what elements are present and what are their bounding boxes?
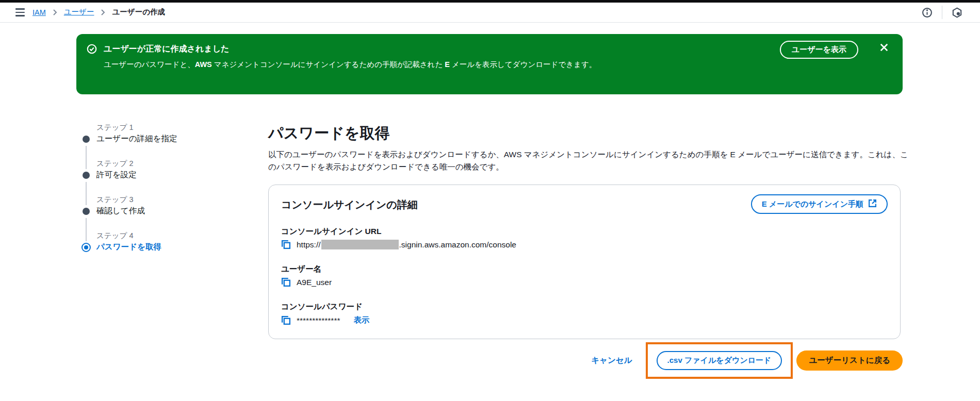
step-label: ステップ 3 (96, 195, 253, 205)
copy-icon[interactable] (281, 240, 291, 249)
console-signin-url-label: コンソールサインイン URL (281, 226, 888, 237)
copy-icon[interactable] (281, 277, 291, 287)
chevron-right-icon (53, 9, 57, 16)
footer-actions: キャンセル .csv ファイルをダウンロード ユーザーリストに戻る (268, 342, 903, 379)
step-label: ステップ 1 (96, 123, 253, 132)
amazon-q-hexagon-icon[interactable] (951, 6, 963, 19)
username-value: A9E_user (297, 278, 332, 287)
step-item-4-active: ステップ 4 パスワードを取得 (83, 231, 253, 267)
step-title: パスワードを取得 (96, 241, 253, 253)
step-item-2[interactable]: ステップ 2 許可を設定 (83, 159, 253, 195)
flashbar-title: ユーザーが正常に作成されました (104, 43, 596, 55)
step-marker (83, 208, 90, 215)
download-csv-button[interactable]: .csv ファイルをダウンロード (657, 351, 782, 370)
divider (942, 6, 942, 19)
highlight-annotation-box: .csv ファイルをダウンロード (646, 342, 793, 379)
email-signin-instructions-button[interactable]: E メールでのサインイン手順 (751, 194, 888, 214)
external-link-icon (868, 199, 877, 209)
page-description: 以下のユーザーのパスワードを表示およびダウンロードするか、AWS マネジメントコ… (268, 148, 915, 173)
wizard-steps-nav: ステップ 1 ユーザーの詳細を指定 ステップ 2 許可を設定 ステップ 3 確認… (83, 123, 253, 267)
success-flashbar: ユーザーが正常に作成されました ユーザーのパスワードと、AWS マネジメントコン… (76, 34, 903, 94)
flashbar-body: ユーザーのパスワードと、AWS マネジメントコンソールにサインインするための手順… (104, 59, 596, 70)
step-title: 許可を設定 (96, 169, 253, 180)
step-title: 確認して作成 (96, 205, 253, 216)
step-title: ユーザーの詳細を指定 (96, 133, 253, 144)
step-label: ステップ 4 (96, 231, 253, 241)
console-password-label: コンソールパスワード (281, 301, 888, 312)
step-label: ステップ 2 (96, 159, 253, 169)
redacted-account-id (321, 240, 399, 249)
step-item-3[interactable]: ステップ 3 確認して作成 (83, 195, 253, 231)
info-icon[interactable] (921, 6, 934, 19)
step-marker (83, 172, 90, 179)
step-marker (83, 136, 90, 143)
chevron-right-icon (101, 9, 105, 16)
page-title: パスワードを取得 (268, 123, 389, 143)
step-item-1[interactable]: ステップ 1 ユーザーの詳細を指定 (83, 123, 253, 159)
breadcrumb: IAM ユーザー ユーザーの作成 (14, 7, 165, 17)
username-label: ユーザー名 (281, 263, 888, 274)
return-to-user-list-button[interactable]: ユーザーリストに戻る (796, 350, 903, 371)
console-signin-url-value: https://.signin.aws.amazon.com/console (297, 240, 516, 249)
username-field: ユーザー名 A9E_user (281, 263, 888, 287)
header-icons (921, 6, 963, 19)
close-icon[interactable] (879, 42, 889, 53)
breadcrumb-current: ユーザーの作成 (112, 7, 165, 17)
card-title: コンソールサインインの詳細 (281, 194, 418, 212)
check-circle-icon (87, 44, 97, 56)
cancel-link[interactable]: キャンセル (591, 355, 632, 366)
copy-icon[interactable] (281, 315, 291, 325)
breadcrumb-link-users[interactable]: ユーザー (64, 7, 94, 17)
step-marker-active (81, 243, 91, 252)
console-signin-url-field: コンソールサインイン URL https://.signin.aws.amazo… (281, 226, 888, 249)
app-header: IAM ユーザー ユーザーの作成 (0, 3, 980, 23)
email-signin-instructions-label: E メールでのサインイン手順 (762, 199, 863, 209)
show-password-link[interactable]: 表示 (353, 315, 369, 326)
console-password-value: ************** (297, 316, 340, 325)
console-signin-details-card: コンソールサインインの詳細 E メールでのサインイン手順 コンソールサインイン … (268, 185, 901, 339)
hamburger-menu-icon[interactable] (14, 7, 26, 17)
view-user-button[interactable]: ユーザーを表示 (780, 41, 858, 59)
console-password-field: コンソールパスワード ************** 表示 (281, 301, 888, 326)
breadcrumb-link-iam[interactable]: IAM (32, 8, 46, 16)
